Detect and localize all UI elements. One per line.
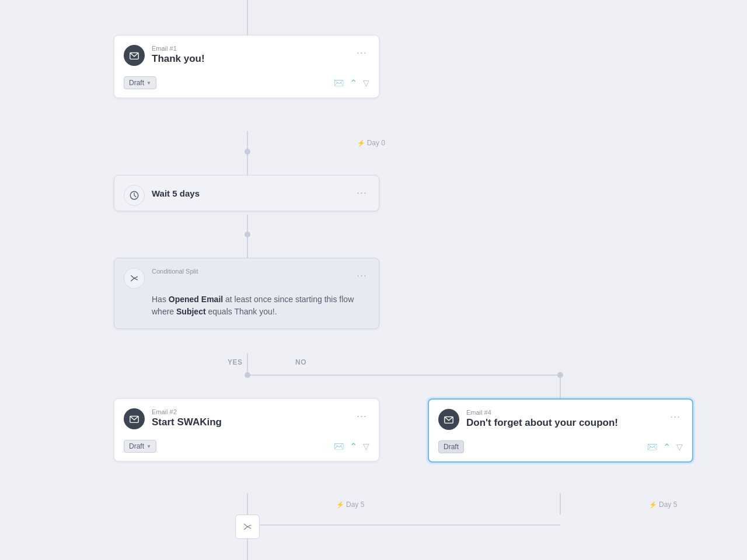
connector-dot-1 bbox=[245, 149, 250, 155]
day5b-label: ⚡ Day 5 bbox=[649, 501, 677, 509]
email2-more-button[interactable]: ··· bbox=[354, 408, 369, 424]
email2-draft-badge[interactable]: Draft ▼ bbox=[124, 440, 156, 453]
email1-more-button[interactable]: ··· bbox=[354, 45, 369, 60]
email4-actions: ✉️ ⌃ ▽ bbox=[647, 442, 683, 453]
draft-arrow-icon: ▼ bbox=[146, 80, 151, 86]
conditional-description: Has Opened Email at least once since sta… bbox=[114, 293, 379, 320]
email4-stats-icon[interactable]: ⌃ bbox=[663, 442, 671, 453]
email1-draft-badge[interactable]: Draft ▼ bbox=[124, 76, 156, 89]
email1-card: Email #1 Thank you! ··· Draft ▼ ✉️ ⌃ ▽ bbox=[114, 35, 379, 98]
email1-title: Thank you! bbox=[152, 53, 347, 65]
email2-title: Start SWAKing bbox=[152, 416, 347, 428]
email1-icon bbox=[124, 45, 145, 66]
bolt-icon-1: ⚡ bbox=[357, 139, 365, 147]
connector-dot-yes bbox=[245, 372, 250, 378]
email2-actions: ✉️ ⌃ ▽ bbox=[334, 441, 369, 452]
conditional-card: Conditional Split ··· Has Opened Email a… bbox=[114, 258, 379, 329]
email2-label: Email #2 bbox=[152, 408, 347, 415]
day5a-label: ⚡ Day 5 bbox=[336, 501, 364, 509]
draft2-arrow-icon: ▼ bbox=[146, 444, 151, 449]
email1-label: Email #1 bbox=[152, 45, 347, 52]
yes-label: YES bbox=[228, 358, 243, 366]
email4-draft-badge[interactable]: Draft bbox=[438, 440, 464, 453]
wait-card: Wait 5 days ··· bbox=[114, 175, 379, 211]
email4-filter-icon[interactable]: ▽ bbox=[676, 442, 683, 452]
merge-node[interactable] bbox=[235, 514, 260, 539]
email1-filter-icon[interactable]: ▽ bbox=[363, 78, 369, 88]
day0-label: ⚡ Day 0 bbox=[357, 139, 385, 147]
email4-envelope-check-icon[interactable]: ✉️ bbox=[647, 442, 657, 452]
conditional-more-button[interactable]: ··· bbox=[354, 268, 369, 283]
bolt-icon-3: ⚡ bbox=[649, 501, 657, 509]
wait-icon bbox=[124, 185, 145, 206]
email1-actions: ✉️ ⌃ ▽ bbox=[334, 78, 369, 89]
email2-envelope-check-icon[interactable]: ✉️ bbox=[334, 442, 344, 451]
conditional-label: Conditional Split bbox=[152, 268, 347, 275]
conditional-icon bbox=[124, 268, 145, 289]
bolt-icon-2: ⚡ bbox=[336, 501, 344, 509]
no-label: NO bbox=[295, 358, 306, 366]
wait-more-button[interactable]: ··· bbox=[354, 185, 369, 200]
email1-stats-icon[interactable]: ⌃ bbox=[350, 78, 357, 89]
email2-card: Email #2 Start SWAKing ··· Draft ▼ ✉️ ⌃ … bbox=[114, 398, 379, 461]
email2-filter-icon[interactable]: ▽ bbox=[363, 442, 369, 451]
merge-icon bbox=[242, 522, 253, 532]
email4-card: Email #4 Don't forget about your coupon!… bbox=[428, 398, 693, 463]
email2-icon bbox=[124, 408, 145, 429]
email4-more-button[interactable]: ··· bbox=[668, 409, 683, 424]
email2-stats-icon[interactable]: ⌃ bbox=[350, 441, 357, 452]
email4-title: Don't forget about your coupon! bbox=[466, 417, 661, 429]
email4-icon bbox=[438, 409, 459, 430]
connector-dot-no bbox=[557, 372, 563, 378]
email4-label: Email #4 bbox=[466, 409, 661, 416]
email1-envelope-check-icon[interactable]: ✉️ bbox=[334, 78, 344, 88]
connector-dot-2 bbox=[245, 232, 250, 237]
wait-title: Wait 5 days bbox=[152, 185, 347, 199]
